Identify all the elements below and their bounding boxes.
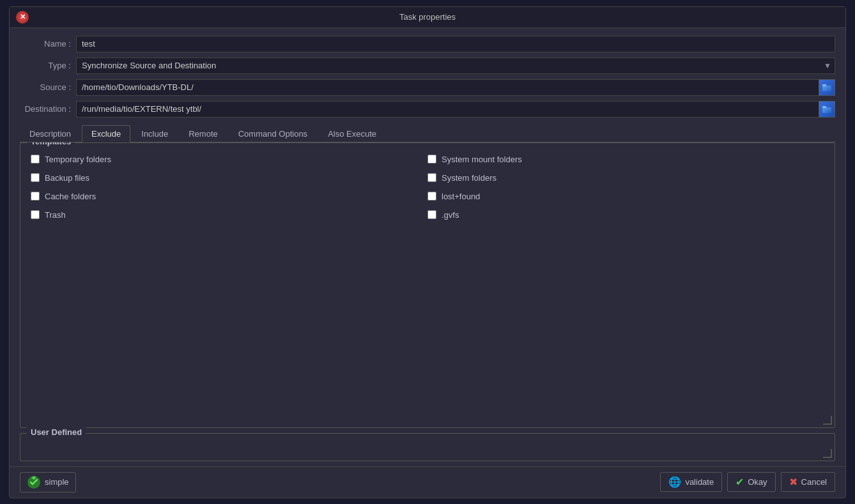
svg-rect-2 bbox=[822, 107, 831, 113]
trash-label: Trash bbox=[45, 210, 66, 220]
tab-content-area: Templates Temporary folders Backup files… bbox=[20, 142, 835, 466]
destination-label: Destination : bbox=[20, 104, 71, 114]
checkbox-system-folders[interactable]: System folders bbox=[427, 173, 824, 183]
system-folders-label: System folders bbox=[442, 173, 497, 183]
temp-folders-label: Temporary folders bbox=[45, 155, 111, 164]
tab-remote[interactable]: Remote bbox=[179, 125, 227, 142]
system-mount-label: System mount folders bbox=[442, 155, 522, 164]
templates-section-content: Temporary folders Backup files Cache fol… bbox=[20, 143, 835, 226]
trash-checkbox[interactable] bbox=[31, 210, 40, 219]
tabs-bar: Description Exclude Include Remote Comma… bbox=[20, 125, 835, 142]
checkbox-temp-folders[interactable]: Temporary folders bbox=[31, 155, 427, 164]
gvfs-checkbox[interactable] bbox=[427, 210, 436, 219]
type-label: Type : bbox=[20, 61, 71, 70]
system-mount-checkbox[interactable] bbox=[427, 155, 436, 164]
tab-command-options[interactable]: Command Options bbox=[229, 125, 317, 142]
templates-section: Templates Temporary folders Backup files… bbox=[20, 142, 835, 428]
backup-files-label: Backup files bbox=[45, 173, 89, 183]
lost-found-checkbox[interactable] bbox=[427, 192, 436, 201]
okay-label: Okay bbox=[748, 477, 767, 487]
svg-rect-3 bbox=[822, 106, 826, 108]
cache-folders-checkbox[interactable] bbox=[31, 192, 40, 201]
footer-bar: simple 🌐 validate ✔ Okay ✖ Cancel bbox=[10, 466, 845, 498]
source-row: Source : bbox=[20, 79, 835, 96]
source-input[interactable] bbox=[76, 79, 819, 96]
templates-section-corner bbox=[823, 416, 832, 425]
type-select[interactable]: Synchronize Source and Destination bbox=[76, 57, 835, 74]
temp-folders-checkbox[interactable] bbox=[31, 155, 40, 164]
user-defined-title: User Defined bbox=[27, 427, 86, 437]
checkbox-backup-files[interactable]: Backup files bbox=[31, 173, 427, 183]
simple-label: simple bbox=[45, 477, 69, 487]
checkbox-lost-found[interactable]: lost+found bbox=[427, 192, 824, 201]
user-defined-section: User Defined bbox=[20, 433, 835, 461]
checkbox-cache-folders[interactable]: Cache folders bbox=[31, 192, 427, 201]
source-field-group bbox=[76, 79, 835, 96]
destination-browse-button[interactable] bbox=[819, 101, 835, 118]
name-label: Name : bbox=[20, 39, 71, 49]
svg-rect-1 bbox=[822, 84, 826, 86]
tab-exclude[interactable]: Exclude bbox=[82, 125, 130, 142]
folder-icon bbox=[822, 104, 832, 114]
checkbox-gvfs[interactable]: .gvfs bbox=[427, 210, 824, 220]
tab-description[interactable]: Description bbox=[20, 125, 81, 142]
name-row: Name : bbox=[20, 36, 835, 52]
name-input[interactable] bbox=[76, 36, 835, 52]
system-folders-checkbox[interactable] bbox=[427, 173, 436, 182]
cancel-icon: ✖ bbox=[789, 476, 797, 488]
okay-icon: ✔ bbox=[736, 476, 744, 488]
checkbox-trash[interactable]: Trash bbox=[31, 210, 427, 220]
validate-button[interactable]: 🌐 validate bbox=[660, 472, 722, 492]
svg-rect-0 bbox=[822, 86, 831, 91]
gvfs-label: .gvfs bbox=[442, 210, 459, 220]
backup-files-checkbox[interactable] bbox=[31, 173, 40, 182]
cancel-label: Cancel bbox=[801, 477, 827, 487]
type-row: Type : Synchronize Source and Destinatio… bbox=[20, 57, 835, 74]
footer-right: 🌐 validate ✔ Okay ✖ Cancel bbox=[660, 472, 835, 492]
destination-input[interactable] bbox=[76, 101, 819, 118]
destination-row: Destination : bbox=[20, 101, 835, 118]
form-area: Name : Type : Synchronize Source and Des… bbox=[10, 28, 845, 121]
templates-section-title: Templates bbox=[27, 142, 75, 146]
close-button[interactable] bbox=[16, 11, 29, 24]
cancel-button[interactable]: ✖ Cancel bbox=[781, 472, 835, 492]
validate-icon: 🌐 bbox=[668, 476, 681, 488]
folder-icon bbox=[822, 82, 832, 93]
type-select-wrapper: Synchronize Source and Destination ▼ bbox=[76, 57, 835, 74]
title-bar: Task properties bbox=[10, 7, 845, 28]
tab-also-execute[interactable]: Also Execute bbox=[318, 125, 386, 142]
checkbox-system-mount[interactable]: System mount folders bbox=[427, 155, 824, 164]
templates-left-group: Temporary folders Backup files Cache fol… bbox=[31, 155, 427, 220]
simple-button[interactable]: simple bbox=[20, 472, 76, 493]
okay-button[interactable]: ✔ Okay bbox=[727, 472, 775, 492]
footer-left: simple bbox=[20, 472, 76, 493]
task-properties-dialog: Task properties Name : Type : Synchroniz… bbox=[9, 6, 846, 498]
source-browse-button[interactable] bbox=[819, 79, 835, 96]
destination-field-group bbox=[76, 101, 835, 118]
tab-include[interactable]: Include bbox=[132, 125, 178, 142]
lost-found-label: lost+found bbox=[442, 192, 480, 201]
user-defined-corner bbox=[823, 449, 832, 458]
cache-folders-label: Cache folders bbox=[45, 192, 96, 201]
source-label: Source : bbox=[20, 82, 71, 92]
templates-right-group: System mount folders System folders lost… bbox=[427, 155, 824, 220]
dialog-title: Task properties bbox=[399, 12, 456, 22]
simple-icon bbox=[27, 475, 41, 489]
validate-label: validate bbox=[685, 477, 714, 487]
